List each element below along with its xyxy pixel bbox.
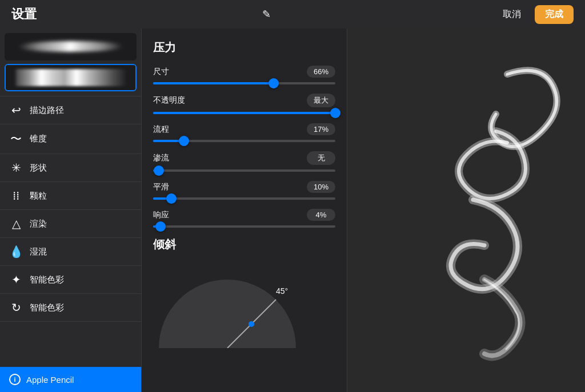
apple-pencil-label: Apple Pencil — [26, 375, 74, 385]
slider-flow-label: 流程 — [153, 124, 169, 135]
sidebar-label-grain: 颗粒 — [30, 191, 47, 201]
cancel-button[interactable]: 取消 — [496, 5, 528, 24]
sidebar-item-taper[interactable]: 〜 锥度 — [0, 124, 141, 154]
smart-color1-icon: ✦ — [9, 273, 23, 286]
slider-response: 响应 4% — [153, 209, 335, 228]
slider-bleed-label: 渗流 — [153, 153, 169, 163]
slider-opacity-track[interactable] — [153, 112, 335, 114]
sidebar-item-render[interactable]: △ 渲染 — [0, 210, 141, 238]
slider-response-label: 响应 — [153, 210, 169, 220]
slider-smooth-header: 平滑 10% — [153, 181, 335, 193]
sidebar-item-shape[interactable]: ✳ 形状 — [0, 154, 141, 182]
tilt-section: 倾斜 45° — [153, 237, 335, 348]
slider-opacity-value: 最大 — [307, 94, 335, 107]
brush-stroke-image-1 — [5, 33, 137, 60]
slider-size-header: 尺寸 66% — [153, 66, 335, 78]
slider-smooth-value: 10% — [307, 181, 335, 193]
slider-bleed-header: 渗流 无 — [153, 151, 335, 165]
sidebar-label-smart-color2: 智能色彩 — [30, 302, 64, 313]
canvas-area — [347, 29, 585, 392]
sidebar-label-shape: 形状 — [30, 163, 47, 173]
slider-smooth-track[interactable] — [153, 197, 335, 200]
sidebar-label-render: 渲染 — [30, 219, 47, 229]
taper-icon: 〜 — [9, 131, 23, 147]
smart-color2-icon: ↻ — [9, 301, 23, 314]
slider-response-value: 4% — [307, 209, 335, 221]
slider-opacity-header: 不透明度 最大 — [153, 94, 335, 107]
svg-text:45°: 45° — [276, 286, 288, 296]
sidebar-item-smart-color2[interactable]: ↻ 智能色彩 — [0, 294, 141, 322]
tilt-svg: 45° — [153, 262, 302, 348]
slider-bleed-value: 无 — [307, 151, 335, 165]
svg-point-1 — [249, 321, 254, 327]
sidebar-label-taper: 锥度 — [30, 134, 47, 144]
slider-smooth: 平滑 10% — [153, 181, 335, 200]
apple-pencil-info-icon: i — [9, 374, 21, 385]
main-content: ↩ 描边路径 〜 锥度 ✳ 形状 ⁞⁞ 颗粒 △ 渲染 💧 湿混 — [0, 29, 585, 392]
slider-response-header: 响应 4% — [153, 209, 335, 221]
middle-panel: 压力 尺寸 66% 不透明度 最大 流程 — [142, 29, 347, 392]
sidebar-label-stroke-path: 描边路径 — [30, 105, 64, 116]
header-actions: 取消 完成 — [496, 5, 574, 24]
header-center: ✎ — [262, 8, 271, 21]
pressure-section-title: 压力 — [153, 40, 335, 55]
sidebar-item-wet-mix[interactable]: 💧 湿混 — [0, 238, 141, 266]
slider-bleed: 渗流 无 — [153, 151, 335, 172]
header: 设置 ✎ 取消 完成 — [0, 0, 585, 29]
wet-mix-icon: 💧 — [9, 245, 23, 258]
sidebar-item-grain[interactable]: ⁞⁞ 颗粒 — [0, 182, 141, 210]
apple-pencil-bar[interactable]: i Apple Pencil — [0, 367, 141, 392]
sidebar-label-wet-mix: 湿混 — [30, 246, 47, 257]
nav-items: ↩ 描边路径 〜 锥度 ✳ 形状 ⁞⁞ 颗粒 △ 渲染 💧 湿混 — [0, 96, 141, 367]
sidebar: ↩ 描边路径 〜 锥度 ✳ 形状 ⁞⁞ 颗粒 △ 渲染 💧 湿混 — [0, 29, 142, 392]
slider-flow-track[interactable] — [153, 140, 335, 142]
sidebar-item-smart-color1[interactable]: ✦ 智能色彩 — [0, 266, 141, 294]
slider-flow: 流程 17% — [153, 123, 335, 142]
render-icon: △ — [9, 217, 23, 231]
slider-response-track[interactable] — [153, 225, 335, 228]
tilt-section-title: 倾斜 — [153, 237, 335, 252]
brush-preview-list — [0, 29, 141, 96]
slider-flow-value: 17% — [307, 123, 335, 135]
brush-preview-2[interactable] — [5, 64, 137, 91]
stroke-path-icon: ↩ — [9, 103, 23, 117]
slider-smooth-label: 平滑 — [153, 182, 169, 192]
slider-size-value: 66% — [307, 66, 335, 78]
shape-icon: ✳ — [9, 161, 23, 175]
brush-preview-1[interactable] — [5, 33, 137, 60]
slider-size: 尺寸 66% — [153, 66, 335, 84]
tilt-diagram: 45° — [153, 262, 302, 348]
sidebar-label-smart-color1: 智能色彩 — [30, 274, 64, 285]
slider-bleed-track[interactable] — [153, 169, 335, 172]
slider-opacity-label: 不透明度 — [153, 95, 185, 106]
done-button[interactable]: 完成 — [535, 5, 574, 24]
grain-icon: ⁞⁞ — [9, 189, 23, 203]
brush-stroke-canvas — [347, 29, 585, 392]
brush-stroke-image-2 — [6, 65, 135, 90]
slider-opacity: 不透明度 最大 — [153, 94, 335, 114]
edit-icon[interactable]: ✎ — [262, 8, 271, 21]
sidebar-item-stroke-path[interactable]: ↩ 描边路径 — [0, 96, 141, 124]
slider-flow-header: 流程 17% — [153, 123, 335, 135]
page-title: 设置 — [11, 6, 37, 23]
slider-size-track[interactable] — [153, 82, 335, 84]
slider-size-label: 尺寸 — [153, 67, 169, 77]
